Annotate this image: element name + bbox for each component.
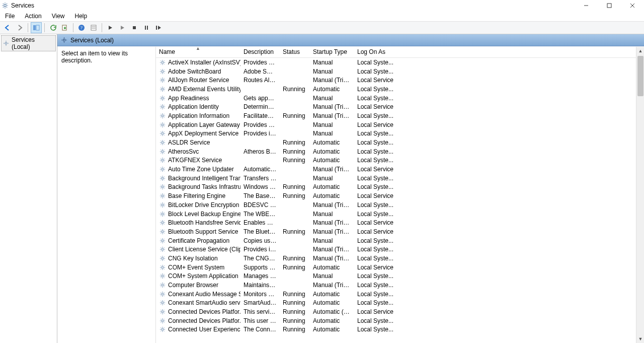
gear-icon xyxy=(159,148,166,155)
table-row[interactable]: Application Layer Gateway ...Provides su… xyxy=(156,120,636,129)
svg-point-33 xyxy=(162,186,164,188)
console-tree[interactable]: Services (Local) xyxy=(0,34,57,343)
scroll-down-button[interactable]: ▼ xyxy=(636,335,644,343)
svg-point-43 xyxy=(162,275,164,277)
column-header-status[interactable]: Status xyxy=(280,47,310,57)
table-row[interactable]: Base Filtering EngineThe Base Fil...Runn… xyxy=(156,191,636,200)
cell-startup: Automatic xyxy=(310,264,354,271)
table-row[interactable]: AtherosSvcAtheros BT ...RunningAutomatic… xyxy=(156,147,636,156)
vertical-scrollbar[interactable]: ▲ ▼ xyxy=(636,47,644,343)
tree-root-services-local[interactable]: Services (Local) xyxy=(1,35,56,51)
properties-button[interactable] xyxy=(88,22,99,33)
svg-point-25 xyxy=(162,115,164,117)
svg-point-37 xyxy=(162,222,164,224)
gear-icon xyxy=(3,40,10,47)
svg-rect-5 xyxy=(33,25,36,30)
table-row[interactable]: App ReadinessGets apps re...ManualLocal … xyxy=(156,94,636,103)
column-header-startup[interactable]: Startup Type xyxy=(310,47,354,57)
cell-name: Computer Browser xyxy=(156,282,240,289)
column-header-logon[interactable]: Log On As xyxy=(354,47,399,57)
service-name: AMD External Events Utility xyxy=(168,86,240,93)
svg-point-32 xyxy=(162,177,164,179)
table-row[interactable]: Connected Devices Platfor...This user se… xyxy=(156,316,636,325)
close-button[interactable] xyxy=(621,0,644,11)
show-hide-tree-button[interactable] xyxy=(31,22,42,33)
svg-point-30 xyxy=(162,159,164,161)
column-header-description[interactable]: Description xyxy=(240,47,280,57)
column-header-name[interactable]: Name xyxy=(156,47,240,57)
cell-name: AppX Deployment Service (... xyxy=(156,130,240,137)
gear-icon xyxy=(159,157,166,164)
service-name: Bluetooth Handsfree Service xyxy=(168,219,240,226)
table-row[interactable]: Background Tasks Infrastru...Windows in.… xyxy=(156,183,636,192)
table-row[interactable]: ASLDR ServiceRunningAutomaticLocal Syste… xyxy=(156,138,636,147)
table-row[interactable]: Certificate PropagationCopies user ...Ma… xyxy=(156,236,636,245)
table-row[interactable]: BitLocker Drive Encryption ...BDESVC hos… xyxy=(156,200,636,210)
maximize-button[interactable] xyxy=(598,0,621,11)
table-row[interactable]: Connected Devices Platfor...This service… xyxy=(156,307,636,316)
table-row[interactable]: AMD External Events UtilityRunningAutoma… xyxy=(156,85,636,94)
svg-point-34 xyxy=(162,195,164,197)
cell-description: Automatica... xyxy=(240,166,280,173)
cell-startup: Manual (Trig... xyxy=(310,112,354,119)
gear-icon xyxy=(159,112,166,119)
cell-logon: Local Syste... xyxy=(354,183,399,190)
table-row[interactable]: ATKGFNEX ServiceRunningAutomaticLocal Sy… xyxy=(156,156,636,165)
table-row[interactable]: Application IdentityDetermines ...Manual… xyxy=(156,102,636,111)
table-row[interactable]: Computer BrowserMaintains a...Manual (Tr… xyxy=(156,281,636,290)
cell-description: The WBENG... xyxy=(240,211,280,218)
help-button[interactable]: ? xyxy=(76,22,87,33)
table-row[interactable]: Bluetooth Support ServiceThe Bluetoo...R… xyxy=(156,227,636,236)
forward-button[interactable] xyxy=(14,22,25,33)
svg-point-48 xyxy=(162,320,164,322)
gear-icon xyxy=(159,246,166,253)
table-row[interactable]: Block Level Backup Engine ...The WBENG..… xyxy=(156,210,636,219)
start-service-button[interactable] xyxy=(105,22,116,33)
scroll-up-button[interactable]: ▲ xyxy=(636,47,644,55)
cell-name: Application Identity xyxy=(156,103,240,110)
table-row[interactable]: Bluetooth Handsfree ServiceEnables wir..… xyxy=(156,218,636,227)
svg-point-35 xyxy=(162,204,164,206)
cell-logon: Local Syste... xyxy=(354,317,399,324)
table-row[interactable]: AllJoyn Router ServiceRoutes AllJo...Man… xyxy=(156,76,636,85)
cell-name: Application Layer Gateway ... xyxy=(156,121,240,128)
svg-text:?: ? xyxy=(80,25,83,30)
svg-point-20 xyxy=(162,71,164,73)
menu-action[interactable]: Action xyxy=(24,12,46,21)
cell-status: Running xyxy=(280,139,310,146)
table-row[interactable]: Application InformationFacilitates t...R… xyxy=(156,111,636,120)
cell-status: Running xyxy=(280,326,310,333)
refresh-button[interactable] xyxy=(47,22,58,33)
cell-description: The Bluetoo... xyxy=(240,228,280,235)
table-row[interactable]: Adobe SwitchBoardAdobe Swit...ManualLoca… xyxy=(156,67,636,76)
cell-name: ASLDR Service xyxy=(156,139,240,146)
table-row[interactable]: Connected User Experience...The Connec..… xyxy=(156,325,636,334)
table-row[interactable]: Background Intelligent Tran...Transfers … xyxy=(156,174,636,183)
cell-logon: Local Syste... xyxy=(354,139,399,146)
scroll-thumb[interactable] xyxy=(637,56,643,96)
table-row[interactable]: Conexant Audio Message S...Monitors au..… xyxy=(156,290,636,299)
stop-service-button[interactable] xyxy=(129,22,140,33)
menu-help[interactable]: Help xyxy=(74,12,93,21)
cell-logon: Local Syste... xyxy=(354,291,399,298)
svg-point-47 xyxy=(162,311,164,313)
pause-service-button[interactable] xyxy=(141,22,152,33)
table-row[interactable]: Conexant SmartAudio serviceSmartAudio...… xyxy=(156,299,636,308)
table-row[interactable]: AppX Deployment Service (...Provides inf… xyxy=(156,129,636,139)
minimize-button[interactable] xyxy=(575,0,598,11)
table-row[interactable]: Auto Time Zone UpdaterAutomatica...Manua… xyxy=(156,165,636,174)
cell-description: SmartAudio... xyxy=(240,299,280,306)
table-row[interactable]: CNG Key IsolationThe CNG ke...RunningMan… xyxy=(156,254,636,263)
table-row[interactable]: COM+ Event SystemSupports Sy...RunningAu… xyxy=(156,263,636,272)
service-name: Auto Time Zone Updater xyxy=(168,166,234,173)
export-list-button[interactable] xyxy=(59,22,70,33)
back-button[interactable] xyxy=(2,22,13,33)
table-row[interactable]: Client License Service (ClipS...Provides… xyxy=(156,245,636,254)
restart-service-button[interactable] xyxy=(153,22,164,33)
start-button-2[interactable] xyxy=(117,22,128,33)
table-row[interactable]: ActiveX Installer (AxInstSV)Provides Us.… xyxy=(156,58,636,67)
menu-file[interactable]: File xyxy=(4,12,20,21)
menu-view[interactable]: View xyxy=(51,12,70,21)
main-area: Services (Local) Services (Local) Select… xyxy=(0,34,644,343)
table-row[interactable]: COM+ System ApplicationManages th...Manu… xyxy=(156,272,636,281)
